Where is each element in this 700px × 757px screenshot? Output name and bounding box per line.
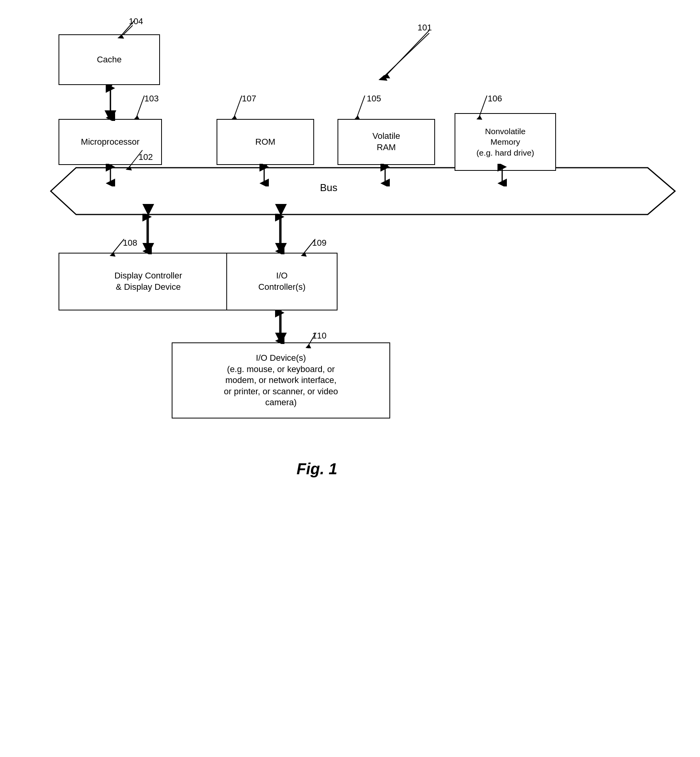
svg-line-51 (234, 96, 242, 117)
fig-label: Fig. 1 (297, 460, 337, 478)
label-104: 104 (129, 16, 143, 27)
io-devices-box: I/O Device(s) (e.g. mouse, or keyboard, … (172, 342, 390, 418)
label-108: 108 (123, 238, 137, 248)
label-101: 101 (418, 23, 432, 33)
svg-marker-50 (126, 166, 132, 170)
label-103: 103 (144, 94, 159, 104)
svg-marker-6 (51, 168, 675, 215)
label-110: 110 (312, 331, 327, 341)
bus-label: Bus (320, 182, 338, 194)
label-107: 107 (242, 94, 256, 104)
label-105: 105 (367, 94, 381, 104)
svg-marker-16 (378, 75, 387, 81)
svg-marker-44 (382, 73, 390, 78)
cache-box: Cache (59, 34, 160, 85)
svg-line-53 (357, 96, 365, 117)
svg-line-47 (137, 96, 144, 117)
io-controllers-box: I/O Controller(s) (226, 253, 338, 310)
nonvolatile-memory-box: Nonvolatile Memory (e.g. hard drive) (455, 113, 556, 171)
label-106: 106 (488, 94, 502, 104)
label-102: 102 (139, 152, 153, 162)
rom-box: ROM (217, 119, 314, 165)
volatile-ram-box: Volatile RAM (338, 119, 435, 165)
svg-line-43 (386, 30, 429, 75)
svg-line-57 (112, 239, 124, 254)
display-controller-box: Display Controller & Display Device (59, 253, 238, 310)
label-109: 109 (312, 238, 327, 248)
svg-line-15 (382, 33, 429, 78)
diagram-container: 101 104 Cache 103 Microprocessor 102 Bus… (0, 0, 700, 757)
